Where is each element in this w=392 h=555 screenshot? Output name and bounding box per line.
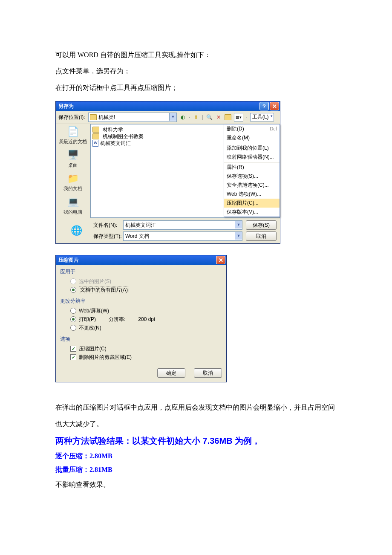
- help-button[interactable]: ?: [259, 102, 269, 110]
- paragraph: 可以用 WORD 自带的图片压缩工具实现,操作如下：: [55, 47, 337, 63]
- save-as-dialog: 另存为 ? ✕ 保存位置(I): 机械类! ▼ ◐ · ⬆ | 🔍 ✕ ▦▾ ·: [55, 101, 280, 244]
- filetype-label: 保存类型(T):: [93, 233, 123, 240]
- result-heading: 两种方法试验结果：以某文件初始大小 7.36MB 为例，: [55, 432, 337, 449]
- place-mydocs[interactable]: 📁我的文档: [63, 173, 82, 192]
- menu-item-delete[interactable]: 删除(D)Del: [224, 124, 280, 133]
- file-listing[interactable]: × 材料力学 机械制图全书教案 机械英文词汇 删除(D)Del 重命名(M) 添…: [90, 124, 280, 218]
- checkbox-icon: ✓: [70, 354, 76, 360]
- back-icon[interactable]: ◐: [179, 114, 186, 121]
- paragraph: 在弹出的压缩图片对话框中点应用，点应用后会发现文档中的图片会明显缩小，并且占用空…: [55, 399, 337, 432]
- filename-label: 文件名(N):: [93, 222, 123, 229]
- network-icon: 🌐: [69, 225, 83, 237]
- radio-icon: [70, 278, 76, 284]
- radio-nochange[interactable]: 不更改(N): [70, 324, 222, 332]
- mypc-icon: 💻: [66, 196, 80, 208]
- radio-all-pics[interactable]: 文档中的所有图片(A): [70, 286, 222, 294]
- radio-print[interactable]: 打印(P)分辨率:200 dpi: [70, 315, 222, 324]
- result-line: 批量压缩：2.81MB: [55, 463, 337, 477]
- new-folder-icon[interactable]: [225, 114, 231, 121]
- folder-icon: [92, 127, 99, 133]
- filetype-combo[interactable]: Word 文档▼: [123, 231, 242, 241]
- filename-input[interactable]: 机械英文词汇▼: [123, 220, 242, 230]
- menu-item-saveopt[interactable]: 保存选项(S)...: [224, 172, 280, 181]
- recent-icon: 📄: [66, 126, 80, 138]
- dialog-title: 另存为: [58, 103, 74, 110]
- radio-web[interactable]: Web/屏幕(W): [70, 306, 222, 315]
- group-apply-to: 应用于: [60, 268, 222, 275]
- check-delete-crop[interactable]: ✓删除图片的剪裁区域(E): [70, 353, 222, 361]
- chevron-down-icon: ▼: [169, 113, 176, 121]
- place-mypc[interactable]: 💻我的电脑: [63, 196, 82, 215]
- menu-item-webopt[interactable]: Web 选项(W)...: [224, 190, 280, 199]
- place-desktop[interactable]: 🖥️桌面: [66, 149, 80, 168]
- close-button[interactable]: ✕: [270, 102, 279, 110]
- menu-item-mapnet[interactable]: 映射网络驱动器(N)...: [224, 153, 280, 162]
- check-compress[interactable]: ✓压缩图片(C): [70, 344, 222, 353]
- titlebar: 另存为 ? ✕: [56, 101, 280, 111]
- places-bar: 📄我最近的文档 🖥️桌面 📁我的文档 💻我的电脑: [56, 124, 90, 218]
- radio-icon: [70, 308, 76, 314]
- menu-item-addloc[interactable]: 添加到我的位置(L): [224, 144, 280, 153]
- dialog-title: 压缩图片: [58, 257, 79, 264]
- cancel-button[interactable]: 取消: [246, 231, 277, 241]
- paragraph: 在打开的对话框中点工具再点压缩图片；: [55, 80, 337, 96]
- menu-item-secopt[interactable]: 安全措施选项(C)...: [224, 181, 280, 190]
- folder-icon: [90, 114, 97, 120]
- location-value: 机械类!: [98, 114, 115, 121]
- menu-item-savever[interactable]: 保存版本(V)...: [224, 208, 280, 217]
- titlebar: 压缩图片 ✕: [56, 255, 226, 265]
- delete-icon[interactable]: ✕: [215, 114, 222, 121]
- place-network[interactable]: 🌐: [59, 225, 93, 237]
- location-combo[interactable]: 机械类! ▼: [88, 113, 177, 122]
- paragraph: 点文件菜单，选另存为；: [55, 63, 337, 79]
- paragraph: 不影响查看效果。: [55, 477, 337, 493]
- close-button[interactable]: ✕: [216, 256, 225, 264]
- location-label: 保存位置(I):: [58, 114, 88, 121]
- ok-button[interactable]: 确定: [157, 368, 185, 378]
- radio-icon: [70, 316, 76, 322]
- group-options: 选项: [60, 335, 222, 343]
- tools-menu: 删除(D)Del 重命名(M) 添加到我的位置(L) 映射网络驱动器(N)...…: [224, 124, 280, 217]
- resolution-value: 200 dpi: [138, 316, 155, 322]
- word-doc-icon: [92, 140, 98, 147]
- result-line: 逐个压缩：2.80MB: [55, 449, 337, 463]
- cancel-button[interactable]: 取消: [194, 368, 222, 378]
- radio-icon: [70, 325, 76, 331]
- views-button[interactable]: ▦▾: [234, 113, 243, 121]
- chevron-down-icon: ▼: [235, 221, 242, 228]
- up-icon[interactable]: ⬆: [193, 114, 199, 121]
- menu-item-compress[interactable]: 压缩图片(C)...: [224, 199, 280, 208]
- tools-button[interactable]: 工具(L): [250, 113, 274, 121]
- menu-item-rename[interactable]: 重命名(M): [224, 133, 280, 142]
- checkbox-icon: ✓: [70, 346, 76, 352]
- radio-selected-pics: 选中的图片(S): [70, 277, 222, 286]
- radio-icon: [70, 287, 76, 293]
- desktop-icon: 🖥️: [66, 149, 80, 161]
- folder-icon: [92, 133, 99, 139]
- compress-dialog: 压缩图片 ✕ 应用于 选中的图片(S) 文档中的所有图片(A) 更改分辨率 We…: [55, 255, 227, 382]
- group-resolution: 更改分辨率: [60, 298, 222, 305]
- search-icon[interactable]: 🔍: [206, 114, 213, 121]
- chevron-down-icon: ▼: [235, 232, 242, 240]
- place-recent[interactable]: 📄我最近的文档: [59, 126, 87, 145]
- save-button[interactable]: 保存(S): [246, 220, 277, 230]
- mydocs-icon: 📁: [66, 173, 80, 185]
- resolution-label: 分辨率:: [109, 316, 125, 323]
- menu-item-properties[interactable]: 属性(R): [224, 163, 280, 172]
